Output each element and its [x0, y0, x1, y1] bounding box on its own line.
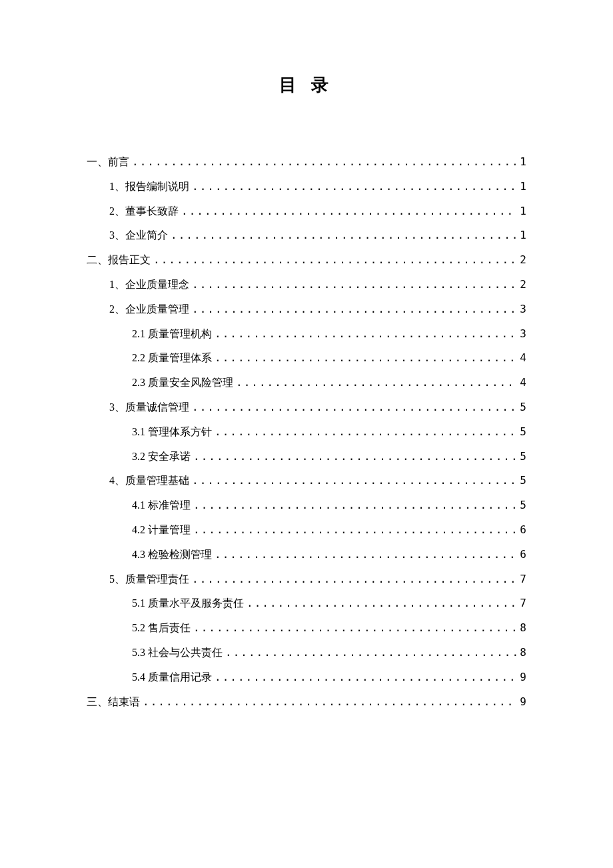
toc-entry: 3、质量诚信管理 5: [87, 395, 526, 420]
toc-dot-leader: [192, 469, 517, 493]
toc-entry-page: 5: [520, 469, 526, 493]
toc-entry-label: 5.3 社会与公共责任: [132, 641, 223, 665]
toc-entry-page: 5: [520, 395, 526, 420]
toc-entry: 三、结束语 9: [87, 690, 526, 715]
toc-dot-leader: [215, 346, 517, 371]
toc-entry-label: 4.1 标准管理: [132, 493, 191, 518]
toc-dot-leader: [193, 493, 517, 518]
toc-dot-leader: [171, 223, 517, 248]
toc-dot-leader: [193, 445, 517, 469]
toc-entry-page: 5: [520, 445, 526, 469]
toc-entry-label: 2、企业质量管理: [109, 297, 189, 322]
toc-entry-page: 6: [520, 543, 526, 567]
toc-dot-leader: [153, 248, 517, 273]
toc-entry-page: 3: [520, 297, 526, 322]
toc-entry-page: 1: [520, 150, 526, 175]
toc-entry-page: 8: [520, 641, 526, 665]
toc-dot-leader: [192, 567, 517, 592]
toc-entry: 3.1 管理体系方针 5: [87, 420, 526, 445]
toc-dot-leader: [215, 420, 517, 445]
toc-entry: 4.3 检验检测管理6: [87, 543, 526, 567]
toc-entry-page: 9: [520, 665, 526, 690]
toc-entry-label: 三、结束语: [87, 690, 140, 715]
toc-entry-label: 1、报告编制说明: [109, 175, 189, 199]
toc-entry-label: 2.3 质量安全风险管理: [132, 371, 233, 395]
toc-entry-page: 8: [520, 616, 526, 641]
toc-dot-leader: [236, 371, 517, 395]
toc-entry-label: 3、企业简介: [109, 223, 168, 248]
toc-entry: 5.3 社会与公共责任8: [87, 641, 526, 665]
toc-entry-page: 4: [520, 371, 526, 395]
toc-entry-label: 5.4 质量信用记录: [132, 665, 212, 690]
toc-entry-label: 3.1 管理体系方针: [132, 420, 212, 445]
toc-entry-label: 3.2 安全承诺: [132, 445, 191, 469]
toc-entry-page: 6: [520, 518, 526, 543]
toc-entry: 4、质量管理基础 5: [87, 469, 526, 493]
toc-dot-leader: [192, 273, 517, 297]
toc-entry: 1、企业质量理念 2: [87, 273, 526, 297]
toc-entry: 5.1 质量水平及服务责任7: [87, 591, 526, 616]
toc-dot-leader: [143, 690, 517, 715]
toc-entry-page: 2: [520, 248, 526, 273]
toc-entry-label: 二、报告正文: [87, 248, 151, 273]
toc-dot-leader: [192, 395, 517, 420]
toc-list: 一、前言11、报告编制说明 12、董事长致辞 13、企业简介 1二、报告正文21…: [87, 150, 526, 714]
toc-entry: 3、企业简介 1: [87, 223, 526, 248]
toc-entry: 2.2 质量管理体系4: [87, 346, 526, 371]
toc-entry: 2、企业质量管理 3: [87, 297, 526, 322]
toc-entry-page: 5: [520, 493, 526, 518]
toc-dot-leader: [215, 543, 517, 567]
toc-dot-leader: [215, 665, 517, 690]
toc-entry: 2.3 质量安全风险管理4: [87, 371, 526, 395]
toc-entry-page: 1: [520, 175, 526, 199]
toc-dot-leader: [192, 297, 517, 322]
toc-entry-page: 5: [520, 420, 526, 445]
toc-entry-label: 2.1 质量管理机构: [132, 322, 212, 347]
toc-entry: 2、董事长致辞 1: [87, 199, 526, 224]
toc-entry: 5、质量管理责任 7: [87, 567, 526, 592]
toc-entry-label: 2、董事长致辞: [109, 199, 179, 224]
toc-entry-label: 5、质量管理责任: [109, 567, 189, 592]
toc-entry-label: 3、质量诚信管理: [109, 395, 189, 420]
toc-entry-label: 2.2 质量管理体系: [132, 346, 212, 371]
toc-entry: 4.2 计量管理 6: [87, 518, 526, 543]
toc-entry-label: 4.3 检验检测管理: [132, 543, 212, 567]
toc-entry: 2.1 质量管理机构3: [87, 322, 526, 347]
toc-entry-page: 1: [520, 223, 526, 248]
toc-entry-label: 1、企业质量理念: [109, 273, 189, 297]
toc-entry-label: 5.1 质量水平及服务责任: [132, 591, 244, 616]
toc-entry-label: 4、质量管理基础: [109, 469, 189, 493]
toc-entry-label: 5.2 售后责任: [132, 616, 191, 641]
toc-entry: 4.1 标准管理5: [87, 493, 526, 518]
toc-entry: 5.4 质量信用记录9: [87, 665, 526, 690]
toc-dot-leader: [192, 175, 517, 199]
toc-entry-page: 9: [520, 690, 526, 715]
toc-entry-page: 7: [520, 591, 526, 616]
toc-title: 目 录: [87, 73, 526, 97]
toc-entry-page: 7: [520, 567, 526, 592]
toc-entry: 1、报告编制说明 1: [87, 175, 526, 199]
toc-dot-leader: [225, 641, 517, 665]
toc-dot-leader: [215, 322, 517, 347]
toc-dot-leader: [247, 591, 517, 616]
toc-entry-page: 2: [520, 273, 526, 297]
toc-dot-leader: [132, 150, 517, 175]
toc-entry-label: 一、前言: [87, 150, 129, 175]
toc-entry: 二、报告正文2: [87, 248, 526, 273]
toc-dot-leader: [181, 199, 517, 224]
toc-entry-page: 3: [520, 322, 526, 347]
toc-dot-leader: [193, 616, 517, 641]
toc-entry-page: 1: [520, 199, 526, 224]
toc-entry-page: 4: [520, 346, 526, 371]
toc-dot-leader: [193, 518, 517, 543]
toc-entry: 5.2 售后责任8: [87, 616, 526, 641]
toc-entry-label: 4.2 计量管理: [132, 518, 191, 543]
toc-entry: 3.2 安全承诺 5: [87, 445, 526, 469]
toc-entry: 一、前言1: [87, 150, 526, 175]
